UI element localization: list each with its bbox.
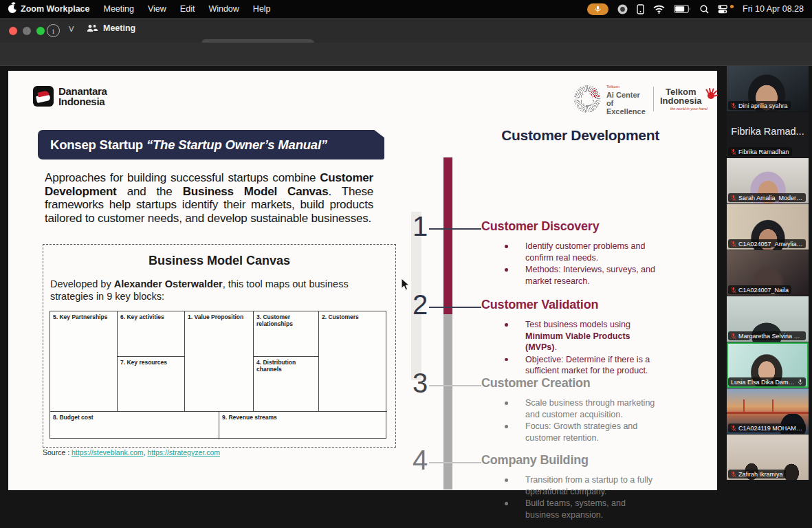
battery-icon[interactable] bbox=[674, 5, 691, 13]
mic-icon bbox=[798, 379, 803, 386]
bmc-cell-customers: 2. Customers bbox=[319, 311, 387, 412]
participant-tile[interactable]: C1A024007_Naila bbox=[727, 250, 809, 296]
participant-tile[interactable]: Zafirah Ikramiya bbox=[727, 434, 809, 480]
apple-menu-icon[interactable] bbox=[8, 5, 17, 13]
source-link-strategyzer[interactable]: https://strategyzer.com bbox=[147, 448, 220, 456]
microphone-active-icon[interactable] bbox=[587, 3, 608, 15]
ai-coe-text-2: Excellence bbox=[606, 107, 647, 116]
participants-sidebar: Dini aprilia syahraFibrika Ramad...Fibri… bbox=[727, 66, 809, 480]
danantara-logo-text-1: Danantara bbox=[58, 86, 107, 96]
source-link-steveblank[interactable]: https://steveblank.com bbox=[72, 448, 143, 456]
bullet-item: Scale business through marketing and cus… bbox=[481, 397, 659, 420]
participants-icon bbox=[87, 24, 98, 33]
meeting-tab-label: Meeting bbox=[103, 23, 135, 33]
logo-divider bbox=[653, 87, 654, 111]
screen-record-icon[interactable] bbox=[617, 4, 628, 14]
section-number: 2 bbox=[413, 291, 428, 318]
section-company-building: 4 Company Building Transition from a sta… bbox=[481, 450, 688, 521]
minimize-window-button[interactable] bbox=[23, 27, 31, 35]
telkom-logo-text-2: Indonesia bbox=[660, 96, 702, 105]
danantara-logo-text-2: Indonesia bbox=[58, 96, 107, 107]
participant-tile[interactable]: Fibrika Ramad...Fibrika Ramadhan bbox=[727, 112, 809, 157]
bmc-cell-value-proposition: 1. Value Proposition bbox=[185, 311, 254, 412]
bmc-cell-key-partnerships: 5. Key Partnerships bbox=[50, 311, 118, 412]
participant-name-label: Margaretha Selvina W_... bbox=[728, 331, 806, 340]
muted-mic-icon bbox=[731, 195, 736, 201]
telkom-indonesia-logo: Telkom Indonesia the world in your hand bbox=[660, 87, 718, 111]
participant-name-label: Fibrika Ramadhan bbox=[728, 147, 792, 156]
participant-display-name: Fibrika Ramad... bbox=[727, 126, 809, 137]
menu-zoom-workplace[interactable]: Zoom Workplace bbox=[21, 4, 89, 14]
muted-mic-icon bbox=[731, 471, 736, 478]
menu-bar-clock[interactable]: Fri 10 Apr 08.28 bbox=[743, 4, 804, 14]
participant-tile[interactable]: Dini aprilia syahra bbox=[727, 66, 809, 111]
participant-tile[interactable]: Lusia Elsa Dika Damayanty bbox=[727, 342, 809, 388]
participant-tile[interactable]: Margaretha Selvina W_... bbox=[727, 296, 809, 342]
section-title: Customer Validation bbox=[481, 295, 688, 312]
participant-name-label: Lusia Elsa Dika Damayanty bbox=[728, 377, 806, 386]
bmc-cell-distribution-channels: 4. Distribution channels bbox=[254, 357, 319, 412]
section-connector-line bbox=[429, 228, 481, 230]
danantara-logo: Danantara Indonesia bbox=[33, 86, 107, 107]
ai-coe-telkom-text: Telkom bbox=[606, 82, 647, 91]
slide-title-italic: “The Startup Owner’s Manual” bbox=[146, 138, 327, 152]
participant-name-label: Sarah Amalia_Moderator bbox=[728, 193, 806, 202]
section-connector-line bbox=[429, 385, 481, 386]
intro-paragraph: Approaches for building successful start… bbox=[45, 171, 373, 225]
spotlight-search-icon[interactable] bbox=[700, 5, 709, 14]
chevron-down-icon[interactable]: ᐯ bbox=[69, 25, 74, 34]
telkom-hand-icon bbox=[704, 87, 718, 101]
participant-tile[interactable]: Sarah Amalia_Moderator bbox=[727, 158, 809, 204]
ai-coe-text-1: Ai Center of bbox=[606, 91, 647, 107]
macos-menu-bar: Zoom Workplace Meeting View Edit Window … bbox=[0, 0, 812, 18]
muted-mic-icon bbox=[731, 148, 736, 155]
bmc-description: Developed by Alexander Osterwalder, this… bbox=[50, 278, 388, 302]
participant-tile[interactable]: C1A024119 MOHAMMA... bbox=[727, 388, 809, 434]
participant-name-label: C1A024057_Ameylia Fa... bbox=[728, 239, 806, 248]
section-number: 1 bbox=[413, 212, 428, 240]
partner-logos: Telkom Ai Center of Excellence Telkom In… bbox=[574, 82, 718, 116]
section-number: 3 bbox=[413, 369, 428, 397]
bmc-cell-key-resources: 7. Key resources bbox=[118, 357, 185, 412]
section-customer-discovery: 1 Customer Discovery Identify customer p… bbox=[481, 217, 688, 287]
menu-help[interactable]: Help bbox=[253, 4, 271, 14]
participant-tile[interactable]: C1A024057_Ameylia Fa... bbox=[727, 204, 809, 250]
telkom-tagline: the world in your hand bbox=[670, 107, 707, 111]
menu-edit[interactable]: Edit bbox=[180, 4, 195, 14]
section-customer-validation: 2 Customer Validation Test business mode… bbox=[481, 295, 688, 377]
bmc-cell-revenue-streams: 9. Revenue streams bbox=[219, 412, 387, 439]
bmc-heading: Business Model Canvas bbox=[43, 254, 395, 268]
muted-mic-icon bbox=[731, 333, 736, 340]
bullet-item: Test business models using Minimum Viabl… bbox=[481, 319, 659, 353]
bmc-cell-budget-cost: 8. Budget cost bbox=[50, 412, 219, 439]
section-bullets: Scale business through marketing and cus… bbox=[481, 397, 659, 443]
participant-name-label: Zafirah Ikramiya bbox=[728, 470, 786, 478]
menu-view[interactable]: View bbox=[148, 4, 166, 14]
timeline-bar-maroon bbox=[443, 157, 452, 314]
section-title: Company Building bbox=[481, 450, 688, 468]
mouse-cursor bbox=[401, 278, 410, 291]
bullet-item: Focus: Growth strategies and customer re… bbox=[481, 421, 659, 443]
fullscreen-window-button[interactable] bbox=[36, 27, 45, 35]
wifi-icon[interactable] bbox=[653, 5, 665, 14]
section-title: Customer Creation bbox=[481, 373, 688, 390]
display-icon[interactable] bbox=[637, 4, 644, 14]
window-controls bbox=[9, 27, 45, 35]
zoom-window-titlebar: i ᐯ Meeting Da Dini aprilia syahra's scr… bbox=[0, 18, 812, 43]
close-window-button[interactable] bbox=[9, 27, 17, 35]
section-bullets: Identify customer problems and confirm r… bbox=[481, 241, 659, 287]
slide-title-normal: Konsep Startup bbox=[50, 138, 146, 152]
window-toolbar-strip bbox=[0, 43, 812, 66]
slide-title-banner: Konsep Startup “The Startup Owner’s Manu… bbox=[38, 130, 384, 160]
meeting-info-icon[interactable]: i bbox=[47, 24, 60, 37]
ai-coe-logo-icon bbox=[574, 85, 600, 113]
control-center-icon[interactable] bbox=[718, 5, 727, 14]
menu-window[interactable]: Window bbox=[208, 4, 239, 14]
meeting-tab[interactable]: Meeting bbox=[87, 23, 135, 33]
notification-dot bbox=[730, 5, 734, 8]
bmc-cell-customer-relationships: 3. Customer relationships bbox=[254, 311, 319, 357]
bmc-canvas-table: 5. Key Partnerships 6. Key activities 7.… bbox=[50, 311, 386, 439]
section-number: 4 bbox=[413, 446, 428, 474]
bullet-item: Build teams, systems, and business expan… bbox=[481, 498, 659, 520]
menu-meeting[interactable]: Meeting bbox=[103, 4, 133, 14]
